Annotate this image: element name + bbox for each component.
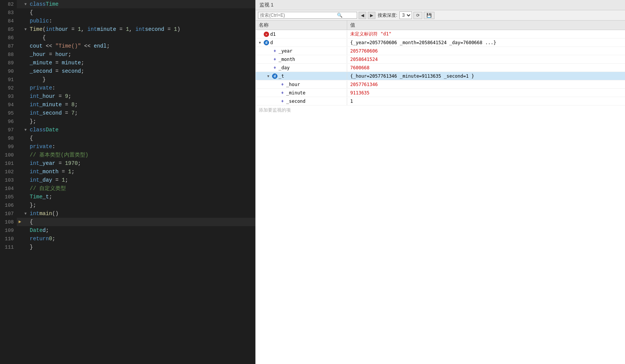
code-content-104: // 自定义类型 (28, 184, 255, 193)
watch-name-cell: ✕d1 (256, 30, 347, 38)
expand-button (273, 99, 279, 104)
code-line-103[interactable]: 103 int _day = 1; (0, 176, 255, 184)
back-button[interactable]: ◀ (359, 12, 366, 19)
watch-row[interactable]: ▼d_t{_hour=2057761346 _minute=9113635 _s… (256, 72, 625, 80)
code-line-85[interactable]: 85▼ Time(int hour = 1, int minute = 1, i… (0, 25, 255, 34)
code-line-93[interactable]: 93 int _hour = 9; (0, 92, 255, 101)
watch-item-value: {_year=2057760606 _month=2058641524 _day… (347, 39, 625, 46)
watch-rows-container[interactable]: ✕d1未定义标识符 "d1"▼dd{_year=2057760606 _mont… (256, 30, 625, 105)
fold-indicator-107[interactable]: ▼ (23, 209, 28, 218)
code-line-109[interactable]: 109 Date d; (0, 226, 255, 235)
fold-indicator-83 (23, 8, 28, 17)
forward-button[interactable]: ▶ (368, 12, 375, 19)
code-line-92[interactable]: 92private: (0, 84, 255, 92)
search-input[interactable] (260, 13, 336, 18)
debug-arrow-83 (17, 8, 23, 17)
watch-row[interactable]: ♦_hour2057761346 (256, 80, 625, 89)
code-content-100: // 基本类型(内置类型) (28, 151, 255, 159)
code-content-88: _hour = hour; (28, 50, 255, 59)
line-number-110: 110 (0, 235, 17, 243)
code-content-95: int _second = 7; (28, 109, 255, 117)
save-button[interactable]: 💾 (424, 12, 434, 19)
debug-arrow-87 (17, 42, 23, 50)
code-line-91[interactable]: 91 } (0, 75, 255, 84)
watch-item-icon: ♦ (279, 90, 285, 96)
code-line-88[interactable]: 88 _hour = hour; (0, 50, 255, 59)
code-content-103: int _day = 1; (28, 176, 255, 184)
code-content-108: { (28, 218, 255, 226)
code-line-87[interactable]: 87 cout << "Time()" << endl; (0, 42, 255, 50)
fold-indicator-85[interactable]: ▼ (23, 25, 28, 34)
code-content-89: _minute = minute; (28, 59, 255, 67)
expand-button[interactable]: ▼ (266, 73, 271, 79)
watch-item-icon: ♦ (272, 65, 278, 71)
code-line-102[interactable]: 102 int _month = 1; (0, 168, 255, 176)
code-line-94[interactable]: 94 int _minute = 8; (0, 101, 255, 109)
watch-item-icon: ✕ (263, 31, 269, 37)
code-content-87: cout << "Time()" << endl; (28, 42, 255, 50)
watch-row[interactable]: ♦_day7600668 (256, 64, 625, 72)
code-line-89[interactable]: 89 _minute = minute; (0, 59, 255, 67)
debug-arrow-88 (17, 50, 23, 59)
line-number-101: 101 (0, 159, 17, 168)
watch-row[interactable]: ♦_minute9113635 (256, 89, 625, 97)
code-content-102: int _month = 1; (28, 168, 255, 176)
watch-row[interactable]: ♦_year2057760606 (256, 47, 625, 55)
line-number-98: 98 (0, 134, 17, 142)
fold-indicator-82[interactable]: ▼ (23, 0, 28, 8)
watch-name-cell: ♦_minute (256, 89, 347, 97)
code-line-101[interactable]: 101 int _year = 1970; (0, 159, 255, 168)
code-line-97[interactable]: 97▼class Date (0, 126, 255, 134)
refresh-button[interactable]: ⟳ (413, 12, 422, 19)
watch-name-cell: ♦_day (256, 64, 347, 72)
code-line-83[interactable]: 83{ (0, 8, 255, 17)
watch-row[interactable]: ✕d1未定义标识符 "d1" (256, 30, 625, 38)
fold-indicator-90 (23, 67, 28, 75)
code-line-111[interactable]: 111} (0, 243, 255, 251)
add-watch-row[interactable]: 添加要监视的项 (256, 105, 625, 115)
debug-arrow-94 (17, 101, 23, 109)
watch-item-name: _minute (286, 90, 306, 96)
watch-row[interactable]: ♦_second1 (256, 97, 625, 105)
code-line-86[interactable]: 86 { (0, 34, 255, 42)
code-line-105[interactable]: 105 Time _t; (0, 193, 255, 201)
code-area[interactable]: 82▼class Time83{84public:85▼ Time(int ho… (0, 0, 255, 364)
fold-indicator-88 (23, 50, 28, 59)
code-line-82[interactable]: 82▼class Time (0, 0, 255, 8)
code-line-104[interactable]: 104 // 自定义类型 (0, 184, 255, 193)
depth-select[interactable]: 1 2 3 4 5 (399, 11, 412, 19)
search-box[interactable]: 🔍 (258, 12, 357, 19)
watch-row[interactable]: ♦_month2058641524 (256, 55, 625, 64)
fold-indicator-98 (23, 134, 28, 142)
search-button[interactable]: 🔍 (336, 13, 343, 18)
code-line-96[interactable]: 96}; (0, 117, 255, 126)
line-number-105: 105 (0, 193, 17, 201)
code-content-92: private: (28, 84, 255, 92)
debug-arrow-91 (17, 75, 23, 84)
fold-indicator-97[interactable]: ▼ (23, 126, 28, 134)
debug-arrow-106 (17, 201, 23, 209)
code-line-110[interactable]: 110 return 0; (0, 235, 255, 243)
code-line-106[interactable]: 106}; (0, 201, 255, 209)
code-line-100[interactable]: 100 // 基本类型(内置类型) (0, 151, 255, 159)
code-line-99[interactable]: 99private: (0, 142, 255, 151)
watch-title: 监视 1 (256, 0, 625, 10)
code-line-95[interactable]: 95 int _second = 7; (0, 109, 255, 117)
line-number-95: 95 (0, 109, 17, 117)
expand-button[interactable]: ▼ (257, 40, 263, 45)
code-line-108[interactable]: 108►{ (0, 218, 255, 226)
code-line-107[interactable]: 107▼int main() (0, 209, 255, 218)
code-line-98[interactable]: 98{ (0, 134, 255, 142)
debug-arrow-89 (17, 59, 23, 67)
line-number-97: 97 (0, 126, 17, 134)
watch-row[interactable]: ▼dd{_year=2057760606 _month=2058641524 _… (256, 38, 625, 47)
line-number-89: 89 (0, 59, 17, 67)
watch-item-name: d (270, 40, 273, 45)
code-line-90[interactable]: 90 _second = second; (0, 67, 255, 75)
watch-table[interactable]: 名称 值 ✕d1未定义标识符 "d1"▼dd{_year=2057760606 … (256, 21, 625, 364)
fold-indicator-105 (23, 193, 28, 201)
code-line-84[interactable]: 84public: (0, 17, 255, 25)
line-number-109: 109 (0, 226, 17, 235)
watch-item-value: 2057760606 (347, 48, 625, 54)
fold-indicator-103 (23, 176, 28, 184)
